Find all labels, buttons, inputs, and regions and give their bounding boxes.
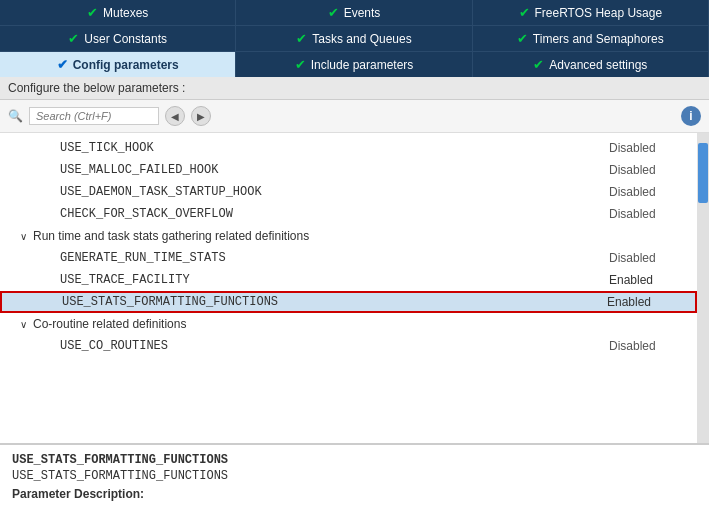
description-title: USE_STATS_FORMATTING_FUNCTIONS <box>12 453 697 467</box>
param-value-run-time-stats: Disabled <box>609 251 689 265</box>
check-icon-include: ✔ <box>295 57 306 72</box>
search-input[interactable] <box>29 107 159 125</box>
section-coroutine-header[interactable]: ∨ Co-routine related definitions <box>0 313 697 335</box>
configure-text: Configure the below parameters : <box>8 81 185 95</box>
tab-freertos-heap[interactable]: ✔ FreeRTOS Heap Usage <box>473 0 709 25</box>
param-name-run-time-stats: GENERATE_RUN_TIME_STATS <box>60 251 226 265</box>
params-list: USE_TICK_HOOK Disabled USE_MALLOC_FAILED… <box>0 133 697 443</box>
description-param-label: Parameter Description: <box>12 487 697 501</box>
param-row-daemon[interactable]: USE_DAEMON_TASK_STARTUP_HOOK Disabled <box>0 181 697 203</box>
param-row-run-time-stats[interactable]: GENERATE_RUN_TIME_STATS Disabled <box>0 247 697 269</box>
param-name-daemon: USE_DAEMON_TASK_STARTUP_HOOK <box>60 185 262 199</box>
param-row-stack-overflow[interactable]: CHECK_FOR_STACK_OVERFLOW Disabled <box>0 203 697 225</box>
tab-row-1: ✔ Mutexes ✔ Events ✔ FreeRTOS Heap Usage <box>0 0 709 25</box>
search-bar: 🔍 ◀ ▶ i <box>0 100 709 133</box>
check-icon-advanced: ✔ <box>533 57 544 72</box>
param-name-stack-overflow: CHECK_FOR_STACK_OVERFLOW <box>60 207 233 221</box>
content-area: USE_TICK_HOOK Disabled USE_MALLOC_FAILED… <box>0 133 709 443</box>
param-row-stats-formatting[interactable]: USE_STATS_FORMATTING_FUNCTIONS Enabled <box>0 291 697 313</box>
description-subtitle: USE_STATS_FORMATTING_FUNCTIONS <box>12 469 697 483</box>
tab-row-3: ✔ Config parameters ✔ Include parameters… <box>0 51 709 77</box>
section-runtime-header[interactable]: ∨ Run time and task stats gathering rela… <box>0 225 697 247</box>
tab-timers-semaphores[interactable]: ✔ Timers and Semaphores <box>473 26 709 51</box>
param-row-malloc[interactable]: USE_MALLOC_FAILED_HOOK Disabled <box>0 159 697 181</box>
description-area: USE_STATS_FORMATTING_FUNCTIONS USE_STATS… <box>0 443 709 528</box>
param-name-stats-formatting: USE_STATS_FORMATTING_FUNCTIONS <box>62 295 278 309</box>
scrollbar-thumb[interactable] <box>698 143 708 203</box>
check-icon-events: ✔ <box>328 5 339 20</box>
param-name-use-tick-hook: USE_TICK_HOOK <box>60 141 154 155</box>
param-value-trace-facility: Enabled <box>609 273 689 287</box>
param-value-malloc: Disabled <box>609 163 689 177</box>
tab-mutexes[interactable]: ✔ Mutexes <box>0 0 236 25</box>
check-icon-timers: ✔ <box>517 31 528 46</box>
tab-row-2: ✔ User Constants ✔ Tasks and Queues ✔ Ti… <box>0 25 709 51</box>
prev-nav-button[interactable]: ◀ <box>165 106 185 126</box>
next-nav-button[interactable]: ▶ <box>191 106 211 126</box>
tab-include-params[interactable]: ✔ Include parameters <box>236 52 472 77</box>
param-row-co-routines[interactable]: USE_CO_ROUTINES Disabled <box>0 335 697 357</box>
param-name-co-routines: USE_CO_ROUTINES <box>60 339 168 353</box>
chevron-down-icon-2: ∨ <box>20 319 27 330</box>
info-button[interactable]: i <box>681 106 701 126</box>
check-icon-user-constants: ✔ <box>68 31 79 46</box>
configure-bar: Configure the below parameters : <box>0 77 709 100</box>
param-value-stack-overflow: Disabled <box>609 207 689 221</box>
param-value-co-routines: Disabled <box>609 339 689 353</box>
param-value-stats-formatting: Enabled <box>607 295 687 309</box>
search-icon: 🔍 <box>8 109 23 123</box>
tab-config-params[interactable]: ✔ Config parameters <box>0 52 236 77</box>
tab-events[interactable]: ✔ Events <box>236 0 472 25</box>
tab-advanced-settings[interactable]: ✔ Advanced settings <box>473 52 709 77</box>
param-row-use-tick-hook[interactable]: USE_TICK_HOOK Disabled <box>0 137 697 159</box>
scrollbar-track[interactable] <box>697 133 709 443</box>
chevron-down-icon: ∨ <box>20 231 27 242</box>
section-runtime-label: Run time and task stats gathering relate… <box>33 229 309 243</box>
section-coroutine-label: Co-routine related definitions <box>33 317 186 331</box>
param-name-malloc: USE_MALLOC_FAILED_HOOK <box>60 163 218 177</box>
check-icon-heap: ✔ <box>519 5 530 20</box>
tab-user-constants[interactable]: ✔ User Constants <box>0 26 236 51</box>
param-value-daemon: Disabled <box>609 185 689 199</box>
tab-tasks-queues[interactable]: ✔ Tasks and Queues <box>236 26 472 51</box>
check-icon-tasks: ✔ <box>296 31 307 46</box>
check-icon-config: ✔ <box>57 57 68 72</box>
check-icon-mutexes: ✔ <box>87 5 98 20</box>
param-value-use-tick-hook: Disabled <box>609 141 689 155</box>
param-name-trace-facility: USE_TRACE_FACILITY <box>60 273 190 287</box>
param-row-trace-facility[interactable]: USE_TRACE_FACILITY Enabled <box>0 269 697 291</box>
